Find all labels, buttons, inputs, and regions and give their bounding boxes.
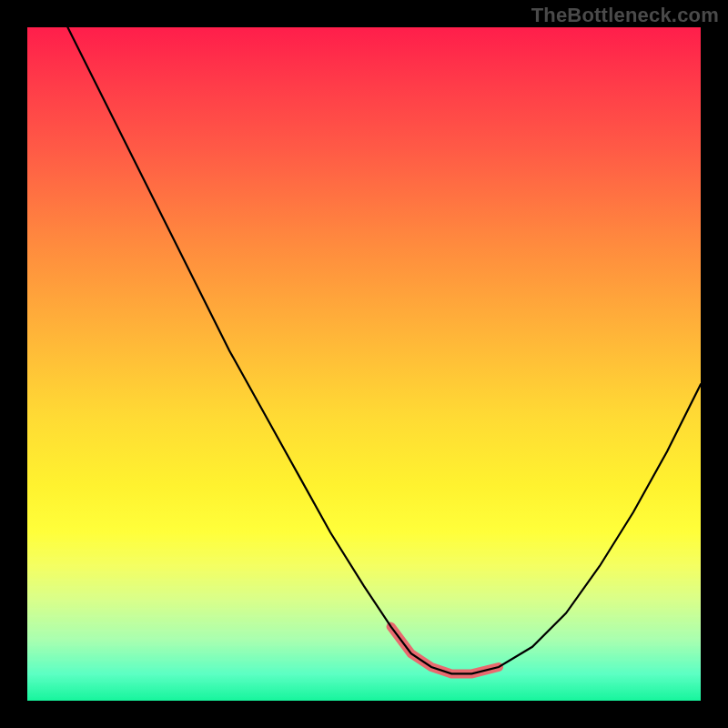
bottleneck-curve bbox=[67, 27, 701, 673]
chart-frame: TheBottleneck.com bbox=[0, 0, 728, 728]
optimal-range-highlight bbox=[391, 627, 499, 674]
bottleneck-curve-svg bbox=[27, 27, 701, 701]
watermark-text: TheBottleneck.com bbox=[531, 4, 719, 27]
plot-area bbox=[27, 27, 701, 701]
